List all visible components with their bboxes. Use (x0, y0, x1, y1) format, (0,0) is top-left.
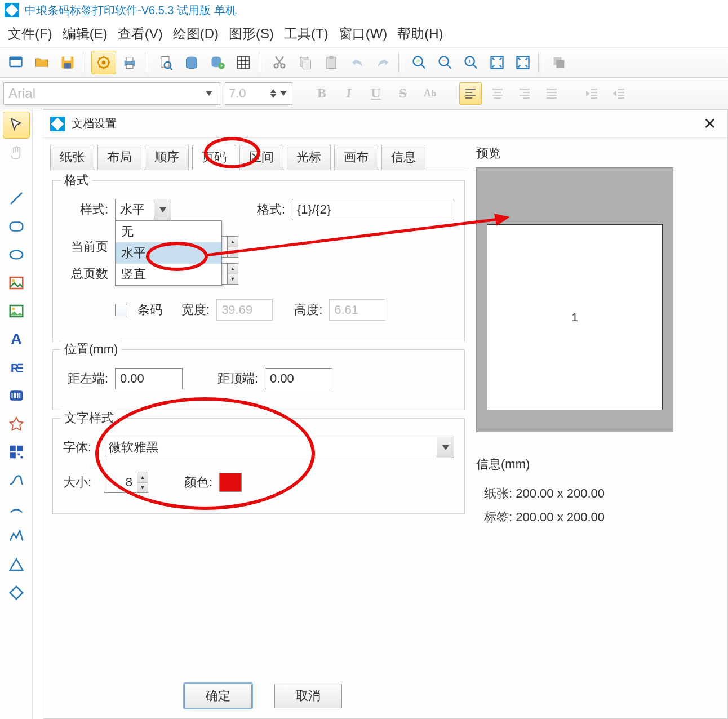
svg-rect-38 (10, 277, 23, 289)
style-option-horizontal[interactable]: 水平 (116, 242, 221, 264)
font-combo[interactable]: 微软雅黑 (104, 437, 454, 458)
indent-right-button[interactable] (608, 82, 631, 105)
tool-polyline-icon[interactable] (3, 523, 30, 550)
italic-button[interactable]: I (338, 82, 360, 105)
style-option-vertical[interactable]: 竖直 (116, 264, 221, 285)
tb-zoomout-icon[interactable]: − (433, 51, 458, 74)
tool-pointer-icon[interactable] (3, 112, 30, 139)
tab-info[interactable]: 信息 (381, 145, 425, 170)
menu-edit[interactable]: 编辑(E) (63, 25, 108, 43)
menu-file[interactable]: 文件(F) (8, 25, 52, 43)
tab-order[interactable]: 顺序 (145, 145, 189, 170)
spin-down-icon[interactable]: ▼ (137, 483, 148, 493)
tb-db1-icon[interactable] (179, 51, 204, 74)
spin-up-icon[interactable]: ▲ (228, 264, 238, 274)
spin-up-icon[interactable]: ▲ (228, 237, 238, 247)
align-justify-button[interactable] (540, 82, 563, 105)
spin-down-icon[interactable]: ▼ (228, 274, 238, 285)
tool-richtext-icon[interactable]: R (3, 354, 30, 381)
tb-zoom100-icon[interactable]: 1 (459, 51, 483, 74)
tb-print-icon[interactable] (117, 51, 142, 74)
tb-fit-icon[interactable] (485, 51, 509, 74)
tool-triangle-icon[interactable] (3, 551, 30, 578)
cancel-button[interactable]: 取消 (274, 684, 342, 708)
underline-button[interactable]: U (365, 82, 387, 105)
menu-draw[interactable]: 绘图(D) (173, 25, 219, 43)
tool-barcode-icon[interactable] (3, 382, 30, 409)
tb-fitall-icon[interactable] (511, 51, 535, 74)
barcode-checkbox[interactable] (115, 304, 127, 316)
tool-diamond-icon[interactable] (3, 579, 30, 606)
menu-window[interactable]: 窗口(W) (339, 25, 388, 43)
style-combo[interactable]: 水平 (115, 199, 171, 220)
tb-preview-icon[interactable] (153, 51, 178, 74)
preview-area: 1 (476, 167, 673, 432)
tb-zoomin-icon[interactable]: + (407, 51, 432, 74)
strike-button[interactable]: S (392, 82, 414, 105)
fontname-combo[interactable]: Arial (3, 82, 220, 105)
tool-image1-icon[interactable] (3, 269, 30, 296)
tb-cut-icon[interactable] (267, 51, 292, 74)
tool-text-icon[interactable]: A (3, 326, 30, 353)
style-dropdown-list[interactable]: 无 水平 竖直 (115, 220, 222, 286)
menu-shape[interactable]: 图形(S) (229, 25, 274, 43)
menubar[interactable]: 文件(F) 编辑(E) 查看(V) 绘图(D) 图形(S) 工具(T) 窗口(W… (0, 20, 728, 47)
top-input[interactable]: 0.00 (265, 368, 332, 389)
label-curpage: 当前页 (63, 238, 108, 255)
dropdown-icon[interactable] (437, 437, 454, 458)
menu-tool[interactable]: 工具(T) (284, 25, 329, 43)
tb-layers-icon[interactable] (547, 51, 571, 74)
tab-cursor[interactable]: 光标 (287, 145, 331, 170)
format-input[interactable]: {1}/{2} (292, 199, 454, 220)
align-center-button[interactable] (486, 82, 509, 105)
tool-roundrect-icon[interactable] (3, 213, 30, 240)
tb-paste-icon[interactable] (319, 51, 344, 74)
align-right-button[interactable] (513, 82, 536, 105)
tab-range[interactable]: 区间 (239, 145, 283, 170)
style-option-none[interactable]: 无 (116, 221, 221, 242)
tb-grid-icon[interactable] (231, 51, 256, 74)
tb-open-icon[interactable] (29, 51, 54, 74)
menu-view[interactable]: 查看(V) (118, 25, 163, 43)
menu-help[interactable]: 帮助(H) (397, 25, 443, 43)
tab-pageno[interactable]: 页码 (192, 145, 236, 170)
close-icon[interactable]: ✕ (699, 114, 721, 133)
tb-new-icon[interactable] (3, 51, 28, 74)
script-button[interactable]: Ab (419, 82, 441, 105)
tool-ellipse-icon[interactable] (3, 241, 30, 268)
fontsize-combo[interactable]: 7.0 (225, 82, 292, 105)
spin-icon[interactable] (268, 83, 278, 104)
tab-paper[interactable]: 纸张 (50, 145, 94, 170)
size-spinner[interactable]: 8 ▲▼ (104, 472, 148, 493)
tool-qrcode-icon[interactable] (3, 438, 30, 465)
left-input[interactable]: 0.00 (115, 368, 183, 389)
tab-layout[interactable]: 布局 (97, 145, 141, 170)
tb-db2-icon[interactable] (205, 51, 230, 74)
svg-rect-1 (10, 57, 22, 60)
ok-button[interactable]: 确定 (184, 684, 252, 708)
tool-arc-icon[interactable] (3, 495, 30, 522)
dropdown-icon[interactable] (278, 83, 288, 104)
tb-save-icon[interactable] (55, 51, 80, 74)
tb-redo-icon[interactable] (371, 51, 396, 74)
tb-copy-icon[interactable] (293, 51, 318, 74)
label-height: 高度: (294, 301, 322, 318)
tool-hand-icon[interactable] (3, 140, 30, 167)
tool-image2-icon[interactable] (3, 298, 30, 325)
bold-button[interactable]: B (310, 82, 333, 105)
tb-settings-icon[interactable] (91, 51, 116, 74)
color-swatch[interactable] (219, 473, 242, 492)
tb-undo-icon[interactable] (345, 51, 370, 74)
indent-left-button[interactable] (581, 82, 603, 105)
size-value[interactable]: 8 (104, 472, 137, 493)
dropdown-icon[interactable] (154, 199, 171, 220)
label-width: 宽度: (181, 301, 210, 318)
tool-line-icon[interactable] (3, 185, 30, 212)
spin-down-icon[interactable]: ▼ (228, 247, 238, 258)
dropdown-icon[interactable] (203, 83, 215, 104)
align-left-button[interactable] (459, 82, 482, 105)
spin-up-icon[interactable]: ▲ (137, 472, 148, 483)
tool-shape1-icon[interactable] (3, 410, 30, 437)
tab-canvas[interactable]: 画布 (334, 145, 378, 170)
tool-curve-icon[interactable] (3, 467, 30, 494)
